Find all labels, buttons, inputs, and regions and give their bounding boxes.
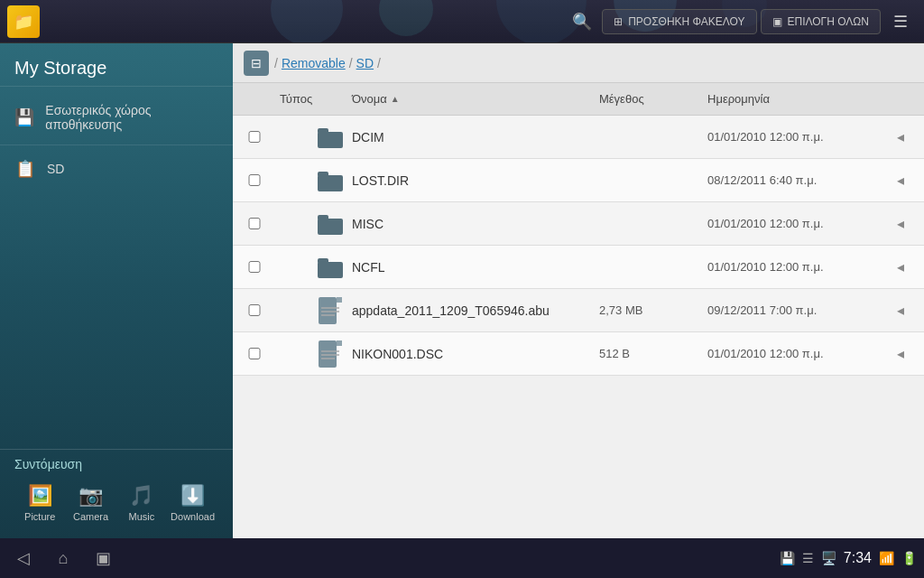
- clock: 7:34: [844, 550, 872, 566]
- col-header-type: Τύπος: [280, 92, 352, 106]
- shortcut-picture[interactable]: 🖼️ Picture: [14, 479, 65, 527]
- row-checkbox-nikon[interactable]: [244, 348, 265, 359]
- table-row[interactable]: LOST.DIR 08/12/2011 6:40 π.μ. ◂: [233, 159, 924, 202]
- row-more-icon[interactable]: ◂: [888, 345, 913, 362]
- row-checkbox-dcim[interactable]: [244, 131, 265, 143]
- table-row[interactable]: MISC 01/01/2010 12:00 π.μ. ◂: [233, 202, 924, 246]
- svg-rect-10: [337, 297, 342, 303]
- file-date-appdata: 09/12/2011 7:00 π.μ.: [707, 303, 888, 317]
- svg-rect-4: [318, 219, 343, 235]
- menu-status-icon: ☰: [802, 551, 814, 565]
- sidebar: My Storage 💾 Εσωτερικός χώρος αποθήκευση…: [0, 43, 233, 538]
- row-checkbox-lostdir[interactable]: [244, 174, 265, 186]
- breadcrumb: / Removable / SD /: [274, 56, 381, 70]
- music-icon: 🎵: [129, 484, 153, 508]
- file-date-nikon: 01/01/2010 12:00 π.μ.: [707, 347, 888, 360]
- file-name-nikon: NIKON001.DSC: [352, 347, 599, 361]
- svg-rect-5: [318, 215, 328, 220]
- row-more-icon[interactable]: ◂: [888, 128, 913, 145]
- svg-rect-14: [319, 340, 337, 368]
- breadcrumb-removable[interactable]: Removable: [282, 56, 346, 70]
- row-checkbox-misc[interactable]: [244, 218, 265, 229]
- folder-icon: [316, 123, 345, 152]
- breadcrumb-sd[interactable]: SD: [356, 56, 374, 70]
- file-name-misc: MISC: [352, 217, 599, 231]
- svg-rect-7: [318, 258, 328, 264]
- internal-storage-icon: 💾: [14, 107, 34, 128]
- add-folder-button[interactable]: ⊞ ΠΡΟΣΘΗΚΗ ΦΑΚΕΛΟΥ: [602, 9, 756, 34]
- sort-arrow-icon: ▲: [391, 94, 400, 104]
- folder-icon: [316, 253, 345, 282]
- table-header: Τύπος Όνομα ▲ Μέγεθος Ημερομηνία: [233, 83, 924, 116]
- wifi-icon: 📶: [879, 551, 894, 565]
- table-row[interactable]: NIKON001.DSC 512 B 01/01/2010 12:00 π.μ.…: [233, 332, 924, 376]
- row-more-icon[interactable]: ◂: [888, 172, 913, 189]
- file-date-dcim: 01/01/2010 12:00 π.μ.: [707, 130, 888, 144]
- shortcut-camera-label: Camera: [73, 511, 108, 522]
- shortcuts-grid: 🖼️ Picture 📷 Camera 🎵 Music ⬇️ Download: [14, 479, 218, 535]
- shortcut-download-label: Download: [171, 511, 215, 522]
- row-more-icon[interactable]: ◂: [888, 215, 913, 232]
- home-button[interactable]: ⌂: [47, 542, 79, 574]
- shortcut-download[interactable]: ⬇️ Download: [167, 479, 218, 527]
- sidebar-items: 💾 Εσωτερικός χώρος αποθήκευσης 📋 SD: [0, 87, 233, 449]
- breadcrumb-slash-1: /: [274, 56, 278, 70]
- file-name-appdata: appdata_2011_1209_T065946.abu: [352, 303, 599, 318]
- top-bar: 📁 🔍 ⊞ ΠΡΟΣΘΗΚΗ ΦΑΚΕΛΟΥ ▣ ΕΠΙΛΟΓΗ ΟΛΩΝ ☰: [0, 0, 924, 43]
- row-more-icon[interactable]: ◂: [888, 258, 913, 275]
- file-name-ncfl: NCFL: [352, 260, 599, 275]
- col-header-name[interactable]: Όνομα ▲: [352, 92, 599, 106]
- table-row[interactable]: appdata_2011_1209_T065946.abu 2,73 MB 09…: [233, 289, 924, 332]
- select-all-button[interactable]: ▣ ΕΠΙΛΟΓΗ ΟΛΩΝ: [761, 9, 881, 34]
- main-layout: My Storage 💾 Εσωτερικός χώρος αποθήκευση…: [0, 43, 924, 538]
- select-all-icon: ▣: [772, 15, 782, 28]
- file-size-nikon: 512 B: [599, 347, 707, 360]
- back-button[interactable]: ◁: [7, 542, 40, 574]
- sd-card-icon: 📋: [14, 158, 36, 180]
- shortcuts-section: Συντόμευση 🖼️ Picture 📷 Camera 🎵 Music ⬇…: [0, 449, 233, 538]
- svg-rect-3: [318, 172, 328, 177]
- row-checkbox-ncfl[interactable]: [244, 261, 265, 273]
- recent-apps-button[interactable]: ▣: [87, 542, 119, 574]
- shortcuts-title: Συντόμευση: [14, 457, 218, 471]
- breadcrumb-slash-2: /: [349, 56, 353, 70]
- breadcrumb-slash-3: /: [377, 56, 381, 70]
- app-logo: 📁: [7, 5, 40, 38]
- breadcrumb-icon: ⊟: [244, 51, 269, 76]
- sidebar-item-sd[interactable]: 📋 SD: [0, 149, 233, 189]
- folder-icon: [316, 210, 345, 238]
- svg-rect-2: [318, 175, 343, 191]
- file-date-ncfl: 01/01/2010 12:00 π.μ.: [707, 260, 888, 274]
- shortcut-camera[interactable]: 📷 Camera: [65, 479, 116, 527]
- content-area: ⊟ / Removable / SD / Τύπος Όνομα ▲: [233, 43, 924, 538]
- menu-icon[interactable]: ☰: [884, 5, 917, 38]
- col-header-date: Ημερομηνία: [707, 92, 888, 106]
- sidebar-item-sd-label: SD: [47, 162, 64, 176]
- svg-rect-0: [318, 132, 343, 148]
- shortcut-music-label: Music: [129, 511, 155, 522]
- row-checkbox-appdata[interactable]: [244, 304, 265, 316]
- sidebar-item-internal[interactable]: 💾 Εσωτερικός χώρος αποθήκευσης: [0, 94, 233, 141]
- file-size-appdata: 2,73 MB: [599, 303, 707, 317]
- file-name-dcim: DCIM: [352, 130, 599, 144]
- download-icon: ⬇️: [180, 484, 205, 508]
- file-table: Τύπος Όνομα ▲ Μέγεθος Ημερομηνία: [233, 83, 924, 538]
- breadcrumb-bar: ⊟ / Removable / SD /: [233, 43, 924, 83]
- sidebar-divider: [0, 144, 233, 145]
- add-folder-icon: ⊞: [614, 15, 623, 28]
- shortcut-music[interactable]: 🎵 Music: [116, 479, 167, 527]
- status-icons: 💾 ☰ 🖥️ 7:34 📶 🔋: [780, 550, 917, 566]
- svg-rect-1: [318, 128, 328, 134]
- row-more-icon[interactable]: ◂: [888, 302, 913, 319]
- folder-icon: [316, 166, 345, 195]
- search-icon[interactable]: 🔍: [566, 5, 598, 38]
- shortcut-picture-label: Picture: [24, 511, 55, 522]
- svg-rect-16: [337, 340, 342, 346]
- table-row[interactable]: DCIM 01/01/2010 12:00 π.μ. ◂: [233, 116, 924, 159]
- screen-icon: 🖥️: [821, 551, 836, 565]
- file-doc-icon: [316, 340, 345, 368]
- svg-rect-6: [318, 262, 343, 278]
- sidebar-item-internal-label: Εσωτερικός χώρος αποθήκευσης: [45, 103, 218, 132]
- table-row[interactable]: NCFL 01/01/2010 12:00 π.μ. ◂: [233, 246, 924, 289]
- camera-icon: 📷: [79, 484, 103, 508]
